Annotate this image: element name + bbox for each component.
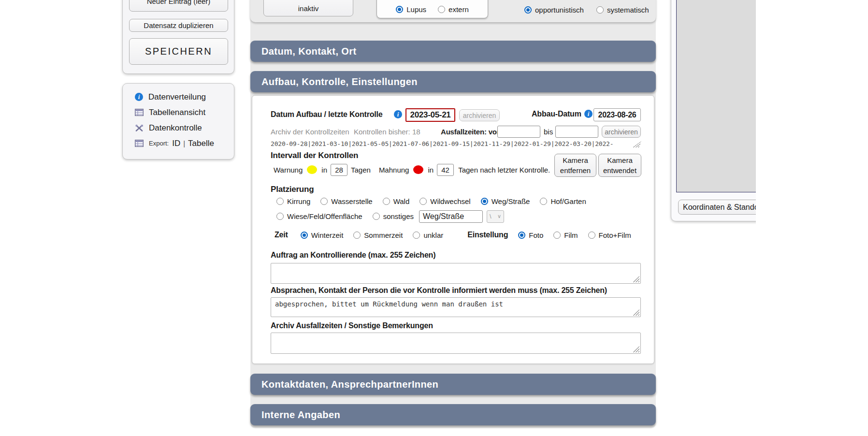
new-entry-button[interactable]: Neuer Eintrag (leer) xyxy=(129,0,228,12)
radio-hof-garten[interactable]: Hof/Garten xyxy=(540,197,586,205)
info-icon[interactable]: i xyxy=(584,110,593,118)
export-separator: | xyxy=(183,139,185,147)
einstellung-label: Einstellung xyxy=(467,231,508,239)
radio-sommerzeit[interactable]: Sommerzeit xyxy=(353,231,403,239)
setup-date-input[interactable]: 2023-05-21 xyxy=(405,108,455,122)
radio-weg-strasse[interactable]: Weg/Straße xyxy=(481,197,530,205)
section-header-interne-angaben[interactable]: Interne Angaben xyxy=(250,404,656,425)
radio-icon xyxy=(383,198,390,205)
radio-label: Wiese/Feld/Offenfläche xyxy=(287,212,362,220)
radio-wasserstelle[interactable]: Wasserstelle xyxy=(320,197,372,205)
downtime-to-input[interactable] xyxy=(555,126,598,138)
coordinates-location-label: Koordinaten & Standort xyxy=(683,203,756,212)
radio-label: extern xyxy=(448,5,469,14)
radio-icon xyxy=(524,6,532,14)
radio-opportunistisch[interactable]: opportunistisch xyxy=(524,6,584,14)
teardown-date-input[interactable]: 2023-08-26 xyxy=(593,108,641,121)
method-radio-row: opportunistisch systematisch xyxy=(524,6,649,14)
radio-label: systematisch xyxy=(607,6,649,14)
radio-unklar[interactable]: unklar xyxy=(413,231,443,239)
camera-remove-label: Kamera entfernen xyxy=(559,155,593,175)
new-entry-label: Neuer Eintrag (leer) xyxy=(147,0,211,5)
archive-control-button[interactable]: archivieren xyxy=(459,109,500,121)
placement-dropdown[interactable]: \ ∨ xyxy=(487,210,504,223)
menu-item-tabellenansicht[interactable]: Tabellenansicht xyxy=(135,107,234,118)
radio-icon xyxy=(353,232,361,239)
radio-icon xyxy=(420,198,427,205)
interval-title: Intervall der Kontrollen xyxy=(271,151,358,160)
absprachen-textarea[interactable]: abgesprochen, bittet um Rückmeldung wenn… xyxy=(271,297,641,317)
auftrag-label: Auftrag an Kontrollierende (max. 255 Zei… xyxy=(271,251,435,260)
dropdown-value: \ xyxy=(490,213,492,220)
table-icon xyxy=(135,109,144,116)
radio-wiese-feld[interactable]: Wiese/Feld/Offenfläche xyxy=(276,212,362,220)
radio-icon xyxy=(396,6,403,13)
section-header-kontaktdaten[interactable]: Kontaktdaten, AnsprechpartnerInnen xyxy=(250,374,656,395)
archiv-bemerkungen-textarea[interactable] xyxy=(271,333,641,354)
teardown-date-label: Abbau-Datum xyxy=(532,110,581,118)
radio-icon xyxy=(518,232,525,239)
radio-icon xyxy=(301,232,308,239)
archive-downtime-button[interactable]: archivieren xyxy=(602,126,641,138)
radio-label: sonstiges xyxy=(383,212,414,220)
placement-row-1: Kirrung Wasserstelle Wald Wildwechsel We… xyxy=(276,196,586,206)
duplicate-record-label: Datensatz duplizieren xyxy=(144,21,213,29)
reminder-days-input[interactable]: 42 xyxy=(437,164,454,176)
aufbau-form-card: Datum Aufbau / letzte Kontrolle i 2023-0… xyxy=(252,95,654,364)
radio-icon xyxy=(413,232,420,239)
radio-label: Hof/Garten xyxy=(550,197,586,205)
radio-winterzeit[interactable]: Winterzeit xyxy=(301,231,344,239)
radio-icon xyxy=(438,6,445,13)
export-prefix-label: Export: xyxy=(149,140,169,147)
radio-extern[interactable]: extern xyxy=(438,5,469,14)
interval-row: Warnung in 28 Tagen Mahnung in 42 Tagen … xyxy=(274,163,550,176)
section-header-aufbau[interactable]: Aufbau, Kontrolle, Einstellungen xyxy=(250,71,656,92)
in-label: in xyxy=(321,166,327,174)
menu-item-label: Datenkontrolle xyxy=(149,123,202,133)
radio-sonstiges[interactable]: sonstiges xyxy=(373,212,414,220)
placement-title: Platzierung xyxy=(271,185,314,194)
menu-item-datenkontrolle[interactable]: Datenkontrolle xyxy=(135,122,234,133)
section-header-label: Datum, Kontakt, Ort xyxy=(261,46,357,57)
radio-label: Wildwechsel xyxy=(430,197,470,205)
lupus-extern-groupbox: Lupus extern xyxy=(376,0,488,18)
radio-lupus[interactable]: Lupus xyxy=(396,5,426,14)
save-button[interactable]: SPEICHERN xyxy=(129,38,228,65)
radio-wildwechsel[interactable]: Wildwechsel xyxy=(420,197,470,205)
inaktiv-button[interactable]: inaktiv xyxy=(263,0,353,16)
camera-remove-button[interactable]: Kamera entfernen xyxy=(554,154,596,177)
camera-stolen-button[interactable]: Kamera entwendet xyxy=(598,154,641,177)
duplicate-record-button[interactable]: Datensatz duplizieren xyxy=(129,19,228,32)
radio-label: Film xyxy=(564,231,578,239)
menu-item-label: Datenverteilung xyxy=(148,92,206,102)
export-table-link[interactable]: Tabelle xyxy=(188,139,214,148)
info-icon: i xyxy=(135,93,143,101)
radio-film[interactable]: Film xyxy=(553,231,578,239)
sonstiges-input[interactable]: Weg/Straße xyxy=(419,210,483,223)
coordinates-location-button[interactable]: Koordinaten & Standort xyxy=(678,200,756,215)
warning-days-input[interactable]: 28 xyxy=(331,164,347,176)
radio-systematisch[interactable]: systematisch xyxy=(596,6,649,14)
inaktiv-label: inaktiv xyxy=(298,4,319,13)
radio-kirrung[interactable]: Kirrung xyxy=(276,197,310,205)
section-header-datum-kontakt-ort[interactable]: Datum, Kontakt, Ort xyxy=(250,41,656,62)
menu-item-datenverteilung[interactable]: i Datenverteilung xyxy=(135,91,234,102)
warning-days-value: 28 xyxy=(335,166,343,174)
sonstiges-value: Weg/Straße xyxy=(423,212,464,221)
info-icon[interactable]: i xyxy=(394,110,402,118)
radio-icon xyxy=(276,213,284,220)
radio-foto-film[interactable]: Foto+Film xyxy=(588,231,631,239)
export-id-link[interactable]: ID xyxy=(172,139,180,148)
archive-times-link[interactable]: Archiv der Kontrollzeiten xyxy=(271,128,349,136)
radio-icon xyxy=(553,232,561,239)
radio-icon xyxy=(320,198,328,205)
reminder-days-value: 42 xyxy=(441,166,449,174)
placement-row-2: Wiese/Feld/Offenfläche sonstiges Weg/Str… xyxy=(276,210,504,223)
controls-count-text: Kontrollen bisher: 18 xyxy=(354,128,420,136)
tagen-label: Tagen xyxy=(351,166,371,174)
menu-item-export: Export: ID | Tabelle xyxy=(135,138,234,149)
radio-foto[interactable]: Foto xyxy=(518,231,543,239)
downtime-from-input[interactable] xyxy=(497,126,540,138)
auftrag-textarea[interactable] xyxy=(271,263,641,284)
radio-wald[interactable]: Wald xyxy=(383,197,410,205)
